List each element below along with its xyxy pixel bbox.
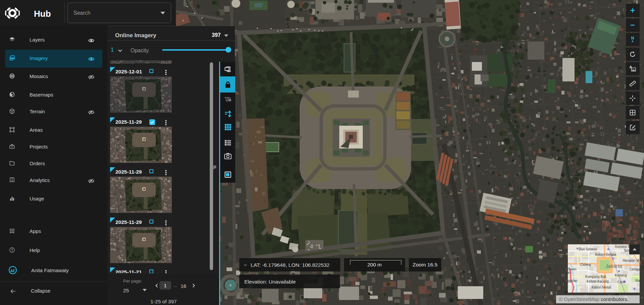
svg-text:Kampung Bali: Kampung Bali xyxy=(585,275,606,279)
svg-text:ggisan: ggisan xyxy=(568,279,578,283)
svg-text:Harapan M: Harapan M xyxy=(623,259,639,262)
svg-text:Cikini: Cikini xyxy=(617,280,626,284)
svg-text:A: A xyxy=(630,65,632,69)
svg-text:Kebon Kacang: Kebon Kacang xyxy=(587,280,609,283)
svg-text:Cempa: Cempa xyxy=(630,267,640,271)
svg-text:Kwitang: Kwitang xyxy=(615,273,627,277)
svg-text:Jakarta: Jakarta xyxy=(605,263,622,269)
svg-text:N: N xyxy=(631,36,634,41)
svg-text:Cideng: Cideng xyxy=(580,263,591,266)
svg-text:Duri Selatan: Duri Selatan xyxy=(579,247,597,251)
svg-text:Kebon Kelapa: Kebon Kelapa xyxy=(595,253,616,256)
svg-text:Ra: Ra xyxy=(636,279,640,283)
svg-text:Kebon Melati: Kebon Melati xyxy=(592,286,611,289)
svg-text:an: an xyxy=(568,271,571,274)
